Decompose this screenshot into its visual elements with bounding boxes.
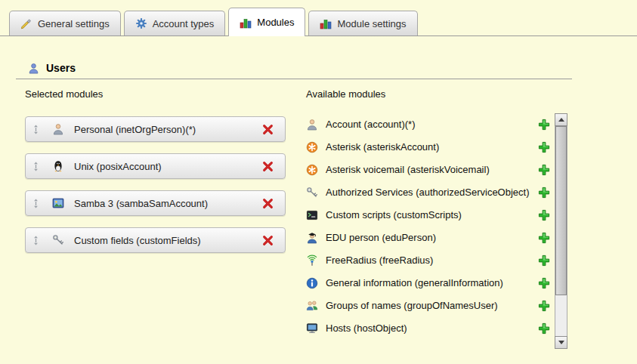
section-title: Users xyxy=(46,62,76,74)
available-module-row: Hosts (hostObject) xyxy=(306,317,555,340)
add-module-button[interactable] xyxy=(538,141,550,153)
tab-general-settings[interactable]: General settings xyxy=(9,11,121,35)
add-module-button[interactable] xyxy=(538,232,550,244)
selected-module-row[interactable]: Custom fields (customFields) xyxy=(25,227,286,253)
section-divider xyxy=(16,79,572,79)
modules-icon xyxy=(240,17,252,29)
lam-configuration-page: General settings Account types Modules M… xyxy=(0,0,637,364)
person-icon xyxy=(52,123,64,135)
available-modules-list: Account (account)(*) Asterisk (asteriskA… xyxy=(306,113,555,349)
selected-modules-heading: Selected modules xyxy=(25,88,286,100)
add-module-button[interactable] xyxy=(538,119,550,131)
remove-module-button[interactable] xyxy=(261,160,274,173)
add-module-button[interactable] xyxy=(538,277,550,289)
add-module-button[interactable] xyxy=(538,300,550,312)
add-module-button[interactable] xyxy=(538,254,550,267)
account-types-icon xyxy=(135,17,147,29)
general-settings-icon xyxy=(20,17,32,29)
scrollbar-track[interactable] xyxy=(555,126,567,336)
keys-icon xyxy=(52,234,64,246)
available-module-row: Custom scripts (customScripts) xyxy=(306,204,555,227)
asterisk-icon xyxy=(306,141,318,153)
selected-module-row[interactable]: Unix (posixAccount) xyxy=(25,153,286,179)
script-icon xyxy=(306,209,318,221)
keys-icon xyxy=(306,187,318,199)
add-module-button[interactable] xyxy=(538,187,550,199)
freeradius-icon xyxy=(306,254,318,267)
drag-handle-icon[interactable] xyxy=(31,198,42,209)
scrollbar[interactable] xyxy=(555,113,567,349)
selected-modules-list: Personal (inetOrgPerson)(*) Unix (posixA… xyxy=(25,116,286,253)
user-icon xyxy=(28,63,39,74)
tab-account-types[interactable]: Account types xyxy=(124,11,226,35)
available-modules-column: Available modules Account (account)(*) xyxy=(306,88,570,349)
scroll-up-icon xyxy=(558,118,564,122)
available-module-row: General information (generalInformation) xyxy=(306,272,555,295)
tab-bar: General settings Account types Modules M… xyxy=(0,0,637,36)
tab-modules[interactable]: Modules xyxy=(228,8,305,36)
drag-handle-icon[interactable] xyxy=(31,235,42,246)
selected-module-row[interactable]: Samba 3 (sambaSamAccount) xyxy=(25,190,286,216)
remove-module-button[interactable] xyxy=(261,234,274,247)
available-module-row: Authorized Services (authorizedServiceOb… xyxy=(306,181,555,204)
edu-person-icon xyxy=(306,232,318,244)
drag-handle-icon[interactable] xyxy=(31,124,42,135)
available-module-row: EDU person (eduPerson) xyxy=(306,227,555,249)
available-modules-heading: Available modules xyxy=(306,88,570,100)
add-module-button[interactable] xyxy=(538,209,550,221)
tux-icon xyxy=(52,160,64,172)
available-module-row: Account (account)(*) xyxy=(306,113,555,136)
add-module-button[interactable] xyxy=(538,322,550,335)
host-icon xyxy=(306,322,318,335)
section-header: Users xyxy=(28,62,76,74)
tab-module-settings[interactable]: Module settings xyxy=(308,11,417,35)
samba-icon xyxy=(52,197,64,209)
remove-module-button[interactable] xyxy=(261,123,274,136)
module-settings-icon xyxy=(320,17,332,29)
info-icon xyxy=(306,277,318,289)
drag-handle-icon[interactable] xyxy=(31,161,42,172)
available-module-row: Asterisk (asteriskAccount) xyxy=(306,136,555,159)
available-modules-panel: Account (account)(*) Asterisk (asteriskA… xyxy=(306,113,570,349)
add-module-button[interactable] xyxy=(538,164,550,176)
available-module-row: FreeRadius (freeRadius) xyxy=(306,249,555,272)
person-icon xyxy=(306,119,318,131)
available-module-row: Groups of names (groupOfNamesUser) xyxy=(306,295,555,317)
scroll-down-button[interactable] xyxy=(555,336,567,349)
available-module-row: Asterisk voicemail (asteriskVoicemail) xyxy=(306,159,555,181)
remove-module-button[interactable] xyxy=(261,197,274,210)
scroll-down-icon xyxy=(558,341,564,344)
scrollbar-thumb[interactable] xyxy=(555,126,567,295)
asterisk-icon xyxy=(306,164,318,176)
selected-modules-column: Selected modules Personal (inetOrgPerson… xyxy=(25,88,286,264)
selected-module-row[interactable]: Personal (inetOrgPerson)(*) xyxy=(25,116,286,142)
scroll-up-button[interactable] xyxy=(555,113,567,126)
group-icon xyxy=(306,300,318,312)
